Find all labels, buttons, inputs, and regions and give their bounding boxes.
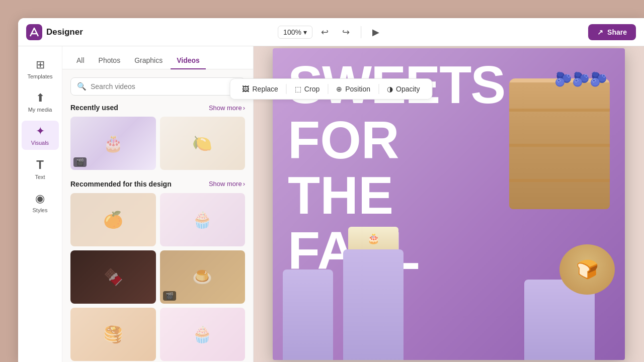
canvas-text-the: THE [288, 169, 393, 222]
recommended-show-more[interactable]: Show more › [209, 180, 245, 188]
recently-used-grid: 🎂 🎬 🍋 [70, 117, 245, 170]
styles-label: Styles [33, 207, 48, 213]
recently-used-show-more[interactable]: Show more › [209, 104, 245, 112]
header-divider [361, 26, 361, 38]
my-media-label: My media [28, 107, 52, 113]
video-badge-1: 🎬 [73, 157, 87, 167]
search-input[interactable] [91, 82, 238, 90]
share-icon: ↗ [597, 28, 603, 36]
crop-button[interactable]: ⬚ Crop [289, 82, 326, 96]
panel: All Photos Graphics Videos 🔍 Recently us… [62, 46, 254, 362]
sidebar-item-styles[interactable]: ◉ Styles [22, 188, 59, 217]
undo-icon: ↩ [321, 27, 329, 38]
sidebar-item-templates[interactable]: ⊞ Templates [22, 54, 59, 83]
pillar-1 [283, 269, 333, 360]
header: Designer 100% ▾ ↩ ↪ ▶ ↗ Share [18, 18, 644, 46]
canvas-bottom: 🎂 🍞 [273, 234, 625, 360]
recommended-video-2[interactable]: 🧁 [160, 193, 246, 246]
header-right: ↗ Share [588, 24, 636, 40]
search-icon: 🔍 [77, 82, 87, 91]
position-button[interactable]: ⊕ Position [330, 82, 376, 96]
recommended-video-1[interactable]: 🍊 [70, 193, 156, 246]
tab-photos[interactable]: Photos [93, 52, 127, 69]
recommended-video-3[interactable]: 🍫 [70, 250, 156, 304]
undo-button[interactable]: ↩ [316, 24, 334, 41]
tab-graphics[interactable]: Graphics [128, 52, 169, 69]
panel-tabs: All Photos Graphics Videos [62, 46, 253, 69]
svg-rect-0 [26, 24, 42, 40]
recommended-video-6[interactable]: 🧁 [160, 308, 246, 361]
play-button[interactable]: ▶ [367, 24, 384, 41]
crop-icon: ⬚ [295, 85, 301, 93]
app-window: Designer 100% ▾ ↩ ↪ ▶ ↗ Share [18, 18, 644, 362]
redo-icon: ↪ [342, 27, 350, 38]
bread-item: 🍞 [559, 244, 615, 295]
small-cake-on-pillar: 🎂 [348, 227, 398, 249]
redo-button[interactable]: ↪ [338, 24, 355, 41]
header-center-controls: 100% ▾ ↩ ↪ ▶ [278, 24, 384, 41]
text-label: Text [35, 174, 45, 180]
opacity-icon: ◑ [387, 85, 393, 93]
position-icon: ⊕ [336, 85, 342, 93]
cake-body [509, 78, 610, 209]
tab-all[interactable]: All [70, 52, 91, 69]
recommended-video-5[interactable]: 🥞 [70, 308, 156, 361]
toolbar-divider-2 [328, 84, 328, 94]
sidebar-item-text[interactable]: T Text [22, 154, 59, 184]
sidebar-item-my-media[interactable]: ⬆ My media [22, 87, 59, 117]
sidebar-icons: ⊞ Templates ⬆ My media ✦ Visuals T Text … [18, 46, 62, 362]
recent-video-2[interactable]: 🍋 [160, 117, 246, 170]
share-button[interactable]: ↗ Share [588, 24, 636, 40]
recommended-header: Recommended for this design Show more › [70, 180, 245, 188]
styles-icon: ◉ [35, 192, 45, 205]
tab-videos[interactable]: Videos [171, 52, 206, 69]
panel-content: 🔍 Recently used Show more › 🎂 🎬 [62, 69, 253, 362]
pillar-2: 🎂 [343, 249, 404, 360]
canvas-text-for: FOR [288, 114, 399, 166]
app-logo: Designer [26, 24, 83, 40]
recommended-video-4[interactable]: 🍮 🎬 [160, 250, 246, 304]
recently-used-header: Recently used Show more › [70, 104, 245, 112]
video-badge-4: 🎬 [163, 291, 176, 301]
recommended-title: Recommended for this design [70, 180, 172, 188]
search-bar[interactable]: 🔍 [70, 77, 245, 96]
replace-button[interactable]: 🖼 Replace [236, 82, 284, 96]
toolbar-divider-3 [378, 84, 379, 94]
recently-used-title: Recently used [70, 104, 118, 112]
designer-logo-icon [26, 24, 42, 40]
recommended-grid: 🍊 🧁 🍫 🍮 🎬 🥞 [70, 193, 245, 361]
recent-video-1[interactable]: 🎂 🎬 [70, 117, 156, 170]
visuals-label: Visuals [31, 140, 49, 146]
play-icon: ▶ [372, 27, 379, 38]
toolbar-divider-1 [286, 84, 287, 94]
context-toolbar: 🖼 Replace ⬚ Crop ⊕ Position ◑ Opacity [229, 78, 432, 100]
visuals-icon: ✦ [36, 125, 45, 138]
berries-decoration: 🫐🫐🫐 [554, 71, 607, 87]
text-icon: T [36, 158, 44, 172]
opacity-button[interactable]: ◑ Opacity [381, 82, 426, 96]
sidebar-item-visuals[interactable]: ✦ Visuals [22, 121, 59, 150]
templates-icon: ⊞ [36, 58, 45, 71]
app-title: Designer [46, 27, 83, 37]
templates-label: Templates [27, 73, 52, 79]
my-media-icon: ⬆ [36, 92, 45, 105]
replace-icon: 🖼 [242, 85, 249, 93]
zoom-selector[interactable]: 100% ▾ [278, 26, 312, 39]
